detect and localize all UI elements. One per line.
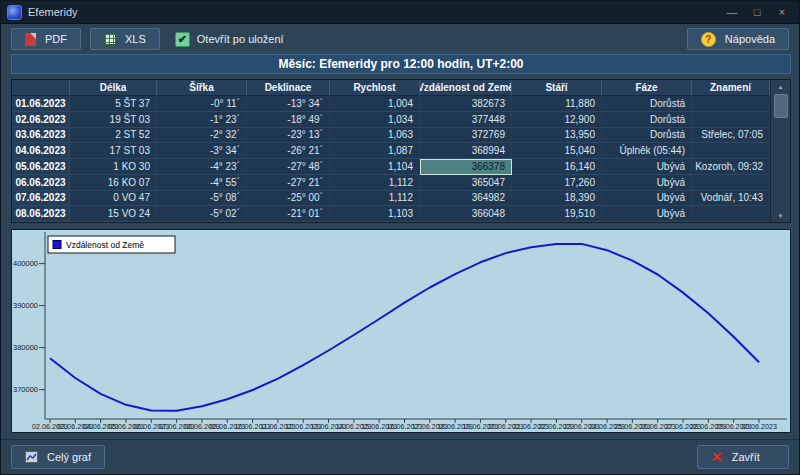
cell-rychlost[interactable]: 1,034 bbox=[330, 112, 420, 128]
cell-deklinace[interactable]: -18° 49´ bbox=[247, 112, 330, 128]
cell-stari[interactable]: 13,950 bbox=[512, 128, 602, 144]
cell-stari[interactable]: 19,510 bbox=[512, 206, 602, 222]
cell-stari[interactable]: 15,040 bbox=[512, 143, 602, 159]
chart-legend: Vzdálenost od Země bbox=[48, 236, 175, 253]
cell-rychlost[interactable]: 1,112 bbox=[330, 175, 420, 191]
help-button[interactable]: ? Nápověda bbox=[687, 28, 789, 50]
column-header-stari[interactable]: Stáří bbox=[512, 80, 602, 96]
full-graph-button[interactable]: Celý graf bbox=[11, 445, 105, 469]
cell-stari[interactable]: 11,880 bbox=[512, 96, 602, 112]
cell-rychlost[interactable]: 1,104 bbox=[330, 159, 420, 175]
cell-faze[interactable]: Dorůstá bbox=[602, 128, 692, 144]
cell-vzdalenost[interactable]: 368994 bbox=[420, 143, 512, 159]
cell-deklinace[interactable]: -23° 13´ bbox=[247, 128, 330, 144]
cell-sirka[interactable]: -1° 23´ bbox=[157, 112, 247, 128]
cell-stari[interactable]: 17,260 bbox=[512, 175, 602, 191]
cell-delka[interactable]: 0 VO 47 bbox=[70, 191, 157, 207]
cell-date[interactable]: 02.06.2023 bbox=[12, 112, 70, 128]
minimize-button[interactable]: — bbox=[721, 4, 743, 20]
cell-znameni[interactable] bbox=[692, 206, 770, 222]
scroll-up-icon[interactable]: ▲ bbox=[771, 80, 790, 93]
cell-faze[interactable]: Ubývá bbox=[602, 191, 692, 207]
cell-sirka[interactable]: -5° 02´ bbox=[157, 206, 247, 222]
cell-vzdalenost[interactable]: 366048 bbox=[420, 206, 512, 222]
column-header-delka[interactable]: Délka bbox=[70, 80, 157, 96]
cell-znameni[interactable] bbox=[692, 112, 770, 128]
cell-faze[interactable]: Dorůstá bbox=[602, 96, 692, 112]
cell-vzdalenost[interactable]: 364982 bbox=[420, 191, 512, 207]
column-header-znameni[interactable]: Znamení bbox=[692, 80, 770, 96]
cell-deklinace[interactable]: -13° 34´ bbox=[247, 96, 330, 112]
cell-sirka[interactable]: -4° 23´ bbox=[157, 159, 247, 175]
cell-sirka[interactable]: -0° 11´ bbox=[157, 96, 247, 112]
cell-date[interactable]: 05.06.2023 bbox=[12, 159, 70, 175]
scrollbar-thumb[interactable] bbox=[774, 94, 788, 118]
column-header-date[interactable] bbox=[12, 80, 70, 96]
cell-deklinace[interactable]: -27° 21´ bbox=[247, 175, 330, 191]
window-title: Efemeridy bbox=[28, 6, 78, 18]
cell-delka[interactable]: 15 VO 24 bbox=[70, 206, 157, 222]
cell-znameni[interactable]: Střelec, 07:05 bbox=[692, 128, 770, 144]
cell-faze[interactable]: Úplněk (05:44) bbox=[602, 143, 692, 159]
cell-sirka[interactable]: -4° 55´ bbox=[157, 175, 247, 191]
column-header-sirka[interactable]: Šířka bbox=[157, 80, 247, 96]
open-after-save-checkbox[interactable]: ✔ bbox=[175, 32, 190, 47]
cell-date[interactable]: 06.06.2023 bbox=[12, 175, 70, 191]
cell-sirka[interactable]: -2° 32´ bbox=[157, 128, 247, 144]
cell-vzdalenost[interactable]: 382673 bbox=[420, 96, 512, 112]
cell-faze[interactable]: Ubývá bbox=[602, 175, 692, 191]
cell-faze[interactable]: Ubývá bbox=[602, 159, 692, 175]
cell-date[interactable]: 04.06.2023 bbox=[12, 143, 70, 159]
table-row: 08.06.202315 VO 24-5° 02´-21° 01´1,10336… bbox=[12, 206, 770, 222]
cell-vzdalenost[interactable]: 377448 bbox=[420, 112, 512, 128]
cell-delka[interactable]: 16 KO 07 bbox=[70, 175, 157, 191]
cell-rychlost[interactable]: 1,004 bbox=[330, 96, 420, 112]
column-header-faze[interactable]: Fáze bbox=[602, 80, 692, 96]
close-window-button[interactable]: × bbox=[771, 4, 793, 20]
cell-deklinace[interactable]: -25° 00´ bbox=[247, 191, 330, 207]
cell-date[interactable]: 03.06.2023 bbox=[12, 128, 70, 144]
column-header-deklinace[interactable]: Deklinace bbox=[247, 80, 330, 96]
cell-sirka[interactable]: -5° 08´ bbox=[157, 191, 247, 207]
cell-stari[interactable]: 16,140 bbox=[512, 159, 602, 175]
export-xls-button[interactable]: XLS bbox=[90, 28, 160, 50]
cell-date[interactable]: 01.06.2023 bbox=[12, 96, 70, 112]
cell-delka[interactable]: 5 ŠT 37 bbox=[70, 96, 157, 112]
maximize-button[interactable]: □ bbox=[746, 4, 768, 20]
cell-rychlost[interactable]: 1,112 bbox=[330, 191, 420, 207]
cell-date[interactable]: 08.06.2023 bbox=[12, 206, 70, 222]
distance-chart-panel: 37000038000039000040000002.06.202303.06.… bbox=[11, 229, 791, 433]
cell-znameni[interactable] bbox=[692, 175, 770, 191]
column-header-vzdalenost[interactable]: Vzdálenost od Země bbox=[420, 80, 512, 96]
cell-rychlost[interactable]: 1,103 bbox=[330, 206, 420, 222]
cell-delka[interactable]: 17 ST 03 bbox=[70, 143, 157, 159]
cell-rychlost[interactable]: 1,087 bbox=[330, 143, 420, 159]
cell-stari[interactable]: 12,900 bbox=[512, 112, 602, 128]
cell-delka[interactable]: 2 ST 52 bbox=[70, 128, 157, 144]
cell-faze[interactable]: Ubývá bbox=[602, 206, 692, 222]
close-button[interactable]: ✕ Zavřít bbox=[697, 445, 789, 469]
cell-date[interactable]: 07.06.2023 bbox=[12, 191, 70, 207]
table-scrollbar[interactable]: ▲ ▼ bbox=[770, 80, 790, 222]
cell-stari[interactable]: 18,390 bbox=[512, 191, 602, 207]
cell-znameni[interactable] bbox=[692, 96, 770, 112]
cell-deklinace[interactable]: -27° 48´ bbox=[247, 159, 330, 175]
full-graph-label: Celý graf bbox=[47, 451, 91, 463]
cell-znameni[interactable] bbox=[692, 143, 770, 159]
cell-znameni[interactable]: Kozoroh, 09:32 bbox=[692, 159, 770, 175]
scroll-down-icon[interactable]: ▼ bbox=[771, 209, 790, 222]
cell-znameni[interactable]: Vodnář, 10:43 bbox=[692, 191, 770, 207]
cell-rychlost[interactable]: 1,063 bbox=[330, 128, 420, 144]
cell-deklinace[interactable]: -26° 21´ bbox=[247, 143, 330, 159]
cell-sirka[interactable]: -3° 34´ bbox=[157, 143, 247, 159]
cell-vzdalenost[interactable]: 366378 bbox=[420, 159, 512, 175]
export-pdf-button[interactable]: PDF bbox=[11, 28, 81, 50]
cell-faze[interactable]: Dorůstá bbox=[602, 112, 692, 128]
cell-deklinace[interactable]: -21° 01´ bbox=[247, 206, 330, 222]
cell-vzdalenost[interactable]: 365047 bbox=[420, 175, 512, 191]
cell-vzdalenost[interactable]: 372769 bbox=[420, 128, 512, 144]
column-header-rychlost[interactable]: Rychlost bbox=[330, 80, 420, 96]
ephemeris-table-body: 01.06.20235 ŠT 37-0° 11´-13° 34´1,004382… bbox=[12, 96, 770, 222]
cell-delka[interactable]: 19 ŠT 03 bbox=[70, 112, 157, 128]
cell-delka[interactable]: 1 KO 30 bbox=[70, 159, 157, 175]
